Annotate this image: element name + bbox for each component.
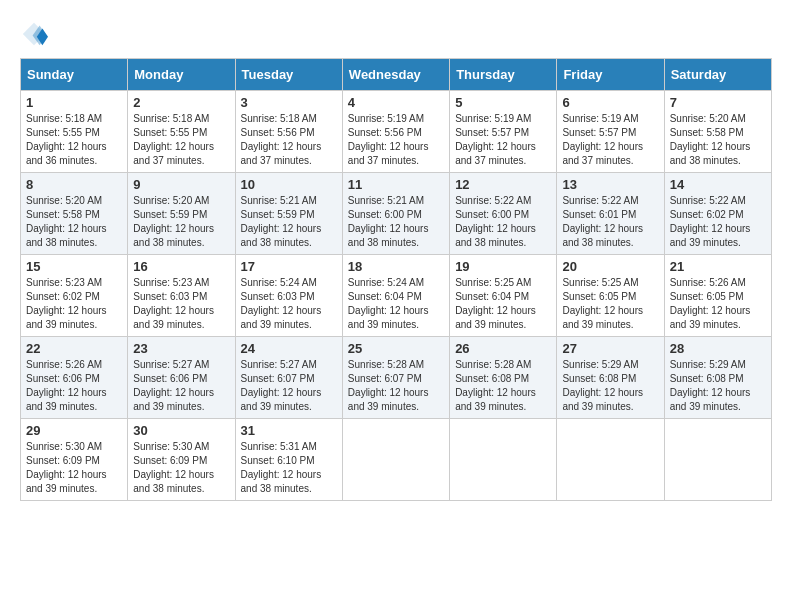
calendar-cell: 25 Sunrise: 5:28 AM Sunset: 6:07 PM Dayl… <box>342 337 449 419</box>
calendar-cell: 5 Sunrise: 5:19 AM Sunset: 5:57 PM Dayli… <box>450 91 557 173</box>
weekday-header-thursday: Thursday <box>450 59 557 91</box>
logo-icon <box>20 20 48 48</box>
day-info: Sunrise: 5:18 AM Sunset: 5:55 PM Dayligh… <box>26 112 122 168</box>
weekday-header-sunday: Sunday <box>21 59 128 91</box>
day-info: Sunrise: 5:18 AM Sunset: 5:56 PM Dayligh… <box>241 112 337 168</box>
day-number: 3 <box>241 95 337 110</box>
calendar-cell: 31 Sunrise: 5:31 AM Sunset: 6:10 PM Dayl… <box>235 419 342 501</box>
day-info: Sunrise: 5:24 AM Sunset: 6:03 PM Dayligh… <box>241 276 337 332</box>
calendar-cell: 3 Sunrise: 5:18 AM Sunset: 5:56 PM Dayli… <box>235 91 342 173</box>
day-info: Sunrise: 5:20 AM Sunset: 5:59 PM Dayligh… <box>133 194 229 250</box>
day-info: Sunrise: 5:23 AM Sunset: 6:02 PM Dayligh… <box>26 276 122 332</box>
weekday-header-tuesday: Tuesday <box>235 59 342 91</box>
calendar-header: SundayMondayTuesdayWednesdayThursdayFrid… <box>21 59 772 91</box>
calendar-week-5: 29 Sunrise: 5:30 AM Sunset: 6:09 PM Dayl… <box>21 419 772 501</box>
calendar-cell: 15 Sunrise: 5:23 AM Sunset: 6:02 PM Dayl… <box>21 255 128 337</box>
weekday-header-wednesday: Wednesday <box>342 59 449 91</box>
calendar-cell: 20 Sunrise: 5:25 AM Sunset: 6:05 PM Dayl… <box>557 255 664 337</box>
calendar-body: 1 Sunrise: 5:18 AM Sunset: 5:55 PM Dayli… <box>21 91 772 501</box>
calendar-cell <box>450 419 557 501</box>
calendar-week-1: 1 Sunrise: 5:18 AM Sunset: 5:55 PM Dayli… <box>21 91 772 173</box>
calendar-cell: 4 Sunrise: 5:19 AM Sunset: 5:56 PM Dayli… <box>342 91 449 173</box>
day-number: 12 <box>455 177 551 192</box>
calendar-week-3: 15 Sunrise: 5:23 AM Sunset: 6:02 PM Dayl… <box>21 255 772 337</box>
day-info: Sunrise: 5:19 AM Sunset: 5:56 PM Dayligh… <box>348 112 444 168</box>
day-info: Sunrise: 5:21 AM Sunset: 5:59 PM Dayligh… <box>241 194 337 250</box>
day-number: 2 <box>133 95 229 110</box>
calendar-cell: 29 Sunrise: 5:30 AM Sunset: 6:09 PM Dayl… <box>21 419 128 501</box>
calendar-cell: 22 Sunrise: 5:26 AM Sunset: 6:06 PM Dayl… <box>21 337 128 419</box>
weekday-header-monday: Monday <box>128 59 235 91</box>
day-number: 22 <box>26 341 122 356</box>
calendar-cell: 9 Sunrise: 5:20 AM Sunset: 5:59 PM Dayli… <box>128 173 235 255</box>
day-number: 7 <box>670 95 766 110</box>
day-info: Sunrise: 5:25 AM Sunset: 6:04 PM Dayligh… <box>455 276 551 332</box>
day-info: Sunrise: 5:18 AM Sunset: 5:55 PM Dayligh… <box>133 112 229 168</box>
day-info: Sunrise: 5:22 AM Sunset: 6:00 PM Dayligh… <box>455 194 551 250</box>
calendar-week-2: 8 Sunrise: 5:20 AM Sunset: 5:58 PM Dayli… <box>21 173 772 255</box>
calendar-cell: 30 Sunrise: 5:30 AM Sunset: 6:09 PM Dayl… <box>128 419 235 501</box>
calendar-cell: 12 Sunrise: 5:22 AM Sunset: 6:00 PM Dayl… <box>450 173 557 255</box>
day-number: 4 <box>348 95 444 110</box>
day-number: 20 <box>562 259 658 274</box>
day-info: Sunrise: 5:19 AM Sunset: 5:57 PM Dayligh… <box>562 112 658 168</box>
day-number: 17 <box>241 259 337 274</box>
day-number: 8 <box>26 177 122 192</box>
day-info: Sunrise: 5:23 AM Sunset: 6:03 PM Dayligh… <box>133 276 229 332</box>
calendar-cell: 10 Sunrise: 5:21 AM Sunset: 5:59 PM Dayl… <box>235 173 342 255</box>
day-number: 18 <box>348 259 444 274</box>
calendar-cell: 2 Sunrise: 5:18 AM Sunset: 5:55 PM Dayli… <box>128 91 235 173</box>
day-number: 13 <box>562 177 658 192</box>
weekday-header-saturday: Saturday <box>664 59 771 91</box>
day-info: Sunrise: 5:19 AM Sunset: 5:57 PM Dayligh… <box>455 112 551 168</box>
day-number: 30 <box>133 423 229 438</box>
calendar-cell: 6 Sunrise: 5:19 AM Sunset: 5:57 PM Dayli… <box>557 91 664 173</box>
day-number: 27 <box>562 341 658 356</box>
day-info: Sunrise: 5:30 AM Sunset: 6:09 PM Dayligh… <box>26 440 122 496</box>
day-info: Sunrise: 5:25 AM Sunset: 6:05 PM Dayligh… <box>562 276 658 332</box>
day-info: Sunrise: 5:27 AM Sunset: 6:06 PM Dayligh… <box>133 358 229 414</box>
logo <box>20 20 52 48</box>
day-info: Sunrise: 5:20 AM Sunset: 5:58 PM Dayligh… <box>26 194 122 250</box>
day-number: 11 <box>348 177 444 192</box>
day-number: 29 <box>26 423 122 438</box>
day-number: 31 <box>241 423 337 438</box>
calendar-cell: 28 Sunrise: 5:29 AM Sunset: 6:08 PM Dayl… <box>664 337 771 419</box>
day-number: 21 <box>670 259 766 274</box>
calendar-cell: 13 Sunrise: 5:22 AM Sunset: 6:01 PM Dayl… <box>557 173 664 255</box>
day-info: Sunrise: 5:28 AM Sunset: 6:08 PM Dayligh… <box>455 358 551 414</box>
calendar-cell <box>342 419 449 501</box>
calendar-cell: 26 Sunrise: 5:28 AM Sunset: 6:08 PM Dayl… <box>450 337 557 419</box>
day-number: 1 <box>26 95 122 110</box>
calendar-cell <box>664 419 771 501</box>
calendar-cell: 27 Sunrise: 5:29 AM Sunset: 6:08 PM Dayl… <box>557 337 664 419</box>
calendar-cell: 14 Sunrise: 5:22 AM Sunset: 6:02 PM Dayl… <box>664 173 771 255</box>
day-number: 26 <box>455 341 551 356</box>
day-info: Sunrise: 5:26 AM Sunset: 6:06 PM Dayligh… <box>26 358 122 414</box>
day-number: 15 <box>26 259 122 274</box>
day-number: 28 <box>670 341 766 356</box>
day-info: Sunrise: 5:29 AM Sunset: 6:08 PM Dayligh… <box>670 358 766 414</box>
day-info: Sunrise: 5:24 AM Sunset: 6:04 PM Dayligh… <box>348 276 444 332</box>
calendar-cell: 23 Sunrise: 5:27 AM Sunset: 6:06 PM Dayl… <box>128 337 235 419</box>
day-number: 25 <box>348 341 444 356</box>
day-number: 6 <box>562 95 658 110</box>
day-info: Sunrise: 5:26 AM Sunset: 6:05 PM Dayligh… <box>670 276 766 332</box>
day-info: Sunrise: 5:20 AM Sunset: 5:58 PM Dayligh… <box>670 112 766 168</box>
day-info: Sunrise: 5:27 AM Sunset: 6:07 PM Dayligh… <box>241 358 337 414</box>
day-number: 9 <box>133 177 229 192</box>
calendar-cell: 1 Sunrise: 5:18 AM Sunset: 5:55 PM Dayli… <box>21 91 128 173</box>
calendar-cell: 18 Sunrise: 5:24 AM Sunset: 6:04 PM Dayl… <box>342 255 449 337</box>
day-number: 16 <box>133 259 229 274</box>
calendar-cell: 11 Sunrise: 5:21 AM Sunset: 6:00 PM Dayl… <box>342 173 449 255</box>
calendar-table: SundayMondayTuesdayWednesdayThursdayFrid… <box>20 58 772 501</box>
calendar-cell: 16 Sunrise: 5:23 AM Sunset: 6:03 PM Dayl… <box>128 255 235 337</box>
day-number: 23 <box>133 341 229 356</box>
day-number: 24 <box>241 341 337 356</box>
day-info: Sunrise: 5:22 AM Sunset: 6:02 PM Dayligh… <box>670 194 766 250</box>
calendar-cell: 19 Sunrise: 5:25 AM Sunset: 6:04 PM Dayl… <box>450 255 557 337</box>
day-number: 14 <box>670 177 766 192</box>
day-info: Sunrise: 5:31 AM Sunset: 6:10 PM Dayligh… <box>241 440 337 496</box>
day-info: Sunrise: 5:21 AM Sunset: 6:00 PM Dayligh… <box>348 194 444 250</box>
weekday-header-friday: Friday <box>557 59 664 91</box>
